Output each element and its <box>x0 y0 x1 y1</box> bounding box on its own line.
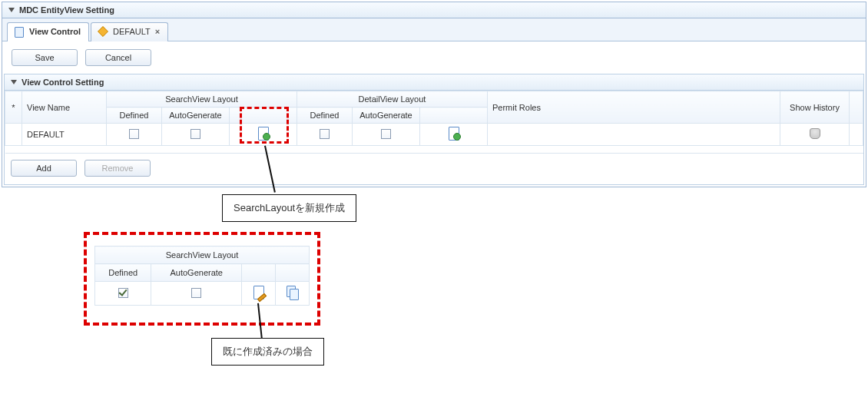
cell-search-action <box>230 124 297 146</box>
cancel-button[interactable]: Cancel <box>85 49 151 66</box>
cell-detail-defined <box>297 124 353 146</box>
inset-header: SearchView Layout <box>95 246 310 264</box>
chevron-down-icon <box>11 80 17 84</box>
table-row[interactable]: DEFAULT <box>5 124 863 146</box>
cell-detail-autogen <box>353 124 420 146</box>
cell-view-name: DEFAULT <box>22 124 107 146</box>
col-detailview-layout: DetailView Layout <box>297 91 488 108</box>
col-detail-defined: Defined <box>297 108 353 124</box>
document-edit-icon[interactable] <box>253 286 265 299</box>
col-permit-roles: Permit Roles <box>488 91 780 124</box>
main-panel: MDC EntityView Setting View Control DEFA… <box>2 2 866 187</box>
inset-col-autogen: AutoGenerate <box>151 264 242 282</box>
cell-detail-action <box>420 124 488 146</box>
cell-show-history <box>780 124 850 146</box>
grid-toolbar: Add Remove <box>5 154 863 184</box>
checkbox[interactable] <box>129 129 139 139</box>
tab-default[interactable]: DEFAULT × <box>91 22 168 41</box>
col-show-history: Show History <box>780 91 850 124</box>
main-panel-header[interactable]: MDC EntityView Setting <box>2 2 866 18</box>
cube-icon <box>98 26 108 37</box>
callout-text: 既に作成済みの場合 <box>223 346 313 357</box>
col-detail-action <box>420 108 488 124</box>
col-search-autogen: AutoGenerate <box>162 108 230 124</box>
checkbox[interactable] <box>381 129 391 139</box>
tab-bar: View Control DEFAULT × <box>2 18 866 41</box>
col-search-action <box>230 108 297 124</box>
checkbox-checked[interactable] <box>118 288 128 298</box>
col-detail-autogen: AutoGenerate <box>353 108 420 124</box>
tab-label: View Control <box>29 27 81 36</box>
panel-title: MDC EntityView Setting <box>19 5 114 15</box>
section-header[interactable]: View Control Setting <box>5 74 863 91</box>
inset-col-edit <box>242 264 276 282</box>
cell-search-autogen <box>162 124 230 146</box>
close-icon[interactable]: × <box>155 27 160 36</box>
add-button[interactable]: Add <box>11 160 77 177</box>
inset-row <box>95 282 310 306</box>
row-marker <box>5 124 22 146</box>
section-title: View Control Setting <box>22 78 104 87</box>
table-row-empty <box>5 146 863 154</box>
inset-existing-layout: SearchView Layout Defined AutoGenerate <box>84 232 320 326</box>
col-searchview-layout: SearchView Layout <box>107 91 297 108</box>
page-icon <box>14 26 25 37</box>
view-control-grid: * View Name SearchView Layout DetailView… <box>5 91 863 154</box>
database-icon[interactable] <box>810 128 820 139</box>
cell-spacer <box>850 124 863 146</box>
inset-grid: SearchView Layout Defined AutoGenerate <box>94 246 310 306</box>
col-row-marker: * <box>5 91 22 124</box>
col-scroll-spacer <box>850 91 863 124</box>
toolbar: Save Cancel <box>2 41 866 74</box>
view-control-section: View Control Setting * View Name <box>4 74 864 185</box>
document-new-icon[interactable] <box>448 127 460 141</box>
inset-col-copy <box>276 264 310 282</box>
tab-view-control[interactable]: View Control <box>7 22 89 41</box>
cell-search-defined <box>107 124 162 146</box>
col-search-defined: Defined <box>107 108 162 124</box>
callout-new-search-layout: SearchLayoutを新規作成 <box>222 194 356 222</box>
document-new-icon[interactable] <box>257 127 270 141</box>
checkbox[interactable] <box>320 129 330 139</box>
checkbox[interactable] <box>191 288 201 298</box>
callout-existing-layout: 既に作成済みの場合 <box>211 338 324 366</box>
save-button[interactable]: Save <box>12 49 78 66</box>
inset-col-defined: Defined <box>95 264 151 282</box>
tab-label: DEFAULT <box>113 27 151 36</box>
remove-button[interactable]: Remove <box>84 160 151 177</box>
document-copy-icon[interactable] <box>287 286 299 299</box>
callout-text: SearchLayoutを新規作成 <box>234 202 345 213</box>
checkbox[interactable] <box>190 129 200 139</box>
chevron-down-icon <box>8 8 15 12</box>
cell-permit-roles[interactable] <box>488 124 780 146</box>
col-view-name: View Name <box>22 91 107 124</box>
